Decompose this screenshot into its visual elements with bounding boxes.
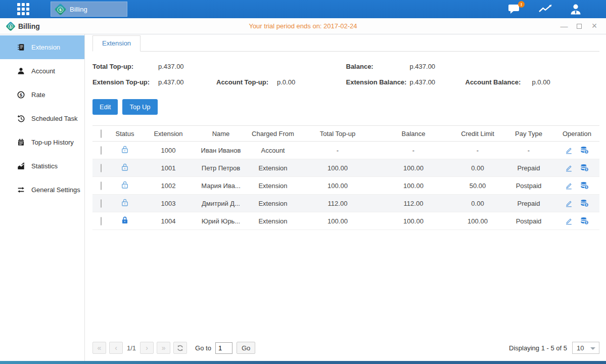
col-credit-limit: Credit Limit (452, 126, 503, 142)
window-bottom-edge (0, 361, 606, 364)
general-settings-icon (17, 186, 25, 194)
row-checkbox[interactable] (101, 181, 102, 190)
row-checkbox[interactable] (101, 164, 102, 172)
refresh-button[interactable] (173, 342, 187, 354)
cell-credit-limit: 50.00 (452, 177, 503, 195)
trial-notice: Your trial period ends on: 2017-02-24 (249, 22, 357, 30)
cell-credit-limit: 0.00 (452, 195, 503, 212)
account-topup-value: p.0.00 (277, 78, 295, 86)
title-group: $ Billing (7, 22, 40, 30)
sidebar-item-label: Account (31, 67, 55, 75)
lock-open-icon (121, 180, 128, 189)
top-up-coins-icon[interactable]: $ (580, 146, 589, 154)
minimize-icon[interactable]: — (561, 23, 568, 30)
cell-charged-from: Extension (245, 177, 301, 195)
user-icon[interactable] (570, 4, 582, 15)
cell-total-topup: 112.00 (301, 195, 375, 212)
sidebar-item-extension[interactable]: Extension (0, 35, 84, 59)
sidebar-item-topup-history[interactable]: Top-up History (0, 130, 84, 154)
edit-pencil-icon[interactable] (565, 200, 573, 207)
col-status: Status (110, 126, 140, 142)
tab-extension[interactable]: Extension (92, 35, 141, 52)
sidebar-item-label: Rate (31, 91, 45, 99)
edit-button[interactable]: Edit (92, 99, 118, 115)
action-buttons: Edit Top Up (92, 99, 599, 115)
cell-name: Петр Петров (197, 159, 245, 177)
cell-pay-type: Postpaid (503, 212, 554, 230)
table-row: 1004 Юрий Юрь... Extension 100.00 100.00… (92, 212, 599, 230)
last-page-button[interactable]: » (157, 342, 170, 354)
maximize-icon[interactable] (577, 24, 582, 29)
lock-open-icon (121, 145, 128, 154)
top-up-button[interactable]: Top Up (122, 99, 157, 115)
reports-icon[interactable] (538, 4, 552, 14)
col-extension: Extension (140, 126, 197, 142)
edit-pencil-icon[interactable] (565, 182, 573, 190)
edit-pencil-icon[interactable] (565, 217, 573, 225)
table-row: 1001 Петр Петров Extension 100.00 100.00… (92, 159, 599, 177)
sidebar-item-label: Scheduled Task (31, 115, 78, 122)
svg-text:$: $ (20, 93, 22, 98)
cell-total-topup: 100.00 (301, 159, 375, 177)
sidebar-item-label: Top-up History (31, 139, 74, 146)
sidebar-item-statistics[interactable]: Statistics (0, 154, 84, 178)
extension-topup-label: Extension Top-up: (92, 78, 158, 86)
lock-open-icon (121, 198, 128, 207)
sidebar-item-label: Extension (31, 43, 60, 51)
close-icon[interactable]: × (591, 23, 598, 30)
summary-panel: Total Top-up: p.437.00 Extension Top-up:… (92, 61, 599, 93)
sidebar-item-scheduled-task[interactable]: Scheduled Task (0, 107, 84, 130)
row-checkbox[interactable] (101, 146, 102, 155)
window-title: Billing (18, 22, 40, 30)
cell-pay-type: Postpaid (503, 177, 554, 195)
cell-pay-type: Prepaid (503, 195, 554, 212)
page-indicator: 1/1 (127, 344, 136, 352)
table-row: 1002 Мария Ива... Extension 100.00 100.0… (92, 177, 599, 195)
cell-total-topup: - (301, 142, 375, 159)
account-balance-label: Account Balance: (465, 78, 532, 86)
displaying-text: Displaying 1 - 5 of 5 (509, 344, 567, 352)
top-up-coins-icon[interactable]: $ (580, 181, 589, 190)
sidebar-item-account[interactable]: Account (0, 59, 84, 83)
lock-open-icon (121, 163, 128, 171)
cell-balance: 112.00 (375, 195, 452, 212)
app-tab-label: Billing (70, 6, 87, 13)
extension-balance-label: Extension Balance: (346, 78, 410, 86)
main-content: Extension Total Top-up: p.437.00 Extensi… (85, 34, 606, 361)
top-up-coins-icon[interactable]: $ (580, 217, 589, 225)
page-size-select[interactable]: 10 (572, 342, 599, 354)
cell-balance: 100.00 (375, 212, 452, 230)
cell-charged-from: Extension (245, 159, 301, 177)
row-checkbox[interactable] (101, 199, 102, 208)
pagination-bar: « ‹ 1/1 › » Go to Go Displaying 1 - 5 of… (92, 342, 599, 356)
sidebar-item-label: Statistics (31, 162, 58, 170)
messages-icon[interactable]: ! (508, 4, 521, 15)
go-button[interactable]: Go (237, 342, 255, 354)
table-row: 1000 Иван Иванов Account - - - - $ (92, 142, 599, 159)
next-page-button[interactable]: › (140, 342, 154, 354)
topbar-right-icons: ! (508, 4, 582, 15)
edit-pencil-icon[interactable] (565, 164, 573, 172)
app-menu-grid-icon[interactable] (17, 3, 29, 15)
row-checkbox[interactable] (101, 217, 102, 225)
billing-diamond-icon: $ (54, 3, 66, 15)
cell-pay-type: - (503, 142, 554, 159)
sidebar-item-rate[interactable]: $ Rate (0, 83, 84, 107)
select-all-checkbox[interactable] (101, 129, 102, 138)
table-row: 1003 Дмитрий Д... Extension 112.00 112.0… (92, 195, 599, 212)
statistics-icon (17, 162, 25, 170)
prev-page-button[interactable]: ‹ (109, 342, 123, 354)
col-pay-type: Pay Type (503, 126, 554, 142)
top-up-coins-icon[interactable]: $ (580, 164, 589, 172)
extension-balance-value: p.437.00 (410, 78, 465, 86)
goto-page-input[interactable] (215, 342, 232, 354)
cell-charged-from: Account (245, 142, 301, 159)
edit-pencil-icon[interactable] (565, 147, 573, 154)
sidebar-item-label: General Settings (31, 186, 80, 194)
cell-extension: 1003 (140, 195, 197, 212)
top-up-coins-icon[interactable]: $ (580, 199, 589, 207)
cell-extension: 1002 (140, 177, 197, 195)
first-page-button[interactable]: « (92, 342, 106, 354)
app-tab-billing[interactable]: $ Billing (51, 2, 127, 17)
sidebar-item-general-settings[interactable]: General Settings (0, 178, 84, 202)
